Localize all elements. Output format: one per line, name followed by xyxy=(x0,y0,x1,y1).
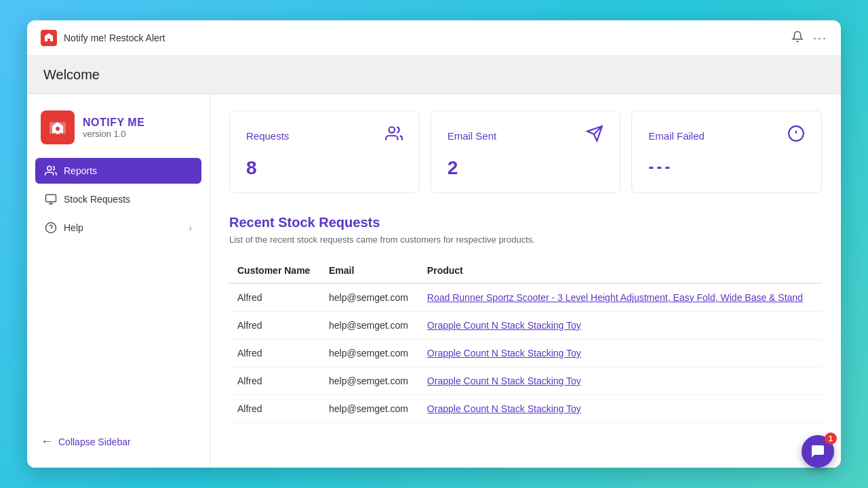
chat-widget-button[interactable]: 1 xyxy=(802,435,834,468)
app-window: Notify me! Restock Alert ··· Welcome xyxy=(27,20,841,468)
requests-icon xyxy=(385,125,403,146)
section-subtitle: List of the recent stock requests came f… xyxy=(229,235,822,245)
sidebar-item-stock-requests[interactable]: Stock Requests xyxy=(35,186,201,212)
table-row: Alfred help@semget.com Orapple Count N S… xyxy=(229,312,822,340)
table-header-row: Customer Name Email Product xyxy=(229,258,822,283)
sidebar-footer: ← Collapse Sidebar xyxy=(35,426,201,457)
table-row: Alfred help@semget.com Orapple Count N S… xyxy=(229,367,822,395)
svg-point-1 xyxy=(56,127,60,131)
col-email: Email xyxy=(321,258,419,283)
help-label: Help xyxy=(64,222,182,233)
more-menu-icon[interactable]: ··· xyxy=(813,31,827,45)
table-row: Alfred help@semget.com Road Runner Sport… xyxy=(229,283,822,312)
customer-email: help@semget.com xyxy=(321,283,419,312)
stock-requests-label: Stock Requests xyxy=(64,194,192,205)
email-sent-header: Email Sent xyxy=(448,125,604,146)
product-link[interactable]: Orapple Count N Stack Stacking Toy xyxy=(427,403,581,414)
welcome-title: Welcome xyxy=(43,67,825,83)
title-bar: Notify me! Restock Alert ··· xyxy=(27,20,841,56)
table-body: Alfred help@semget.com Road Runner Sport… xyxy=(229,283,822,423)
requests-card-header: Requests xyxy=(246,125,403,146)
requests-card: Requests 8 xyxy=(229,110,420,193)
customer-email: help@semget.com xyxy=(321,312,419,340)
stock-icon xyxy=(45,193,57,205)
section-title: Recent Stock Requests xyxy=(229,215,822,230)
email-failed-value: --- xyxy=(648,157,805,176)
product-link[interactable]: Orapple Count N Stack Stacking Toy xyxy=(427,375,581,386)
svg-point-2 xyxy=(47,166,52,170)
customer-email: help@semget.com xyxy=(321,340,419,367)
app-title: Notify me! Restock Alert xyxy=(64,33,165,43)
stats-cards: Requests 8 xyxy=(229,110,822,193)
customer-name: Alfred xyxy=(229,367,321,395)
table-header: Customer Name Email Product xyxy=(229,258,822,283)
sidebar: NOTIFY ME version 1.0 Reports xyxy=(27,94,210,468)
requests-value: 8 xyxy=(246,157,403,179)
email-sent-icon xyxy=(586,125,604,146)
requests-title: Requests xyxy=(246,130,289,142)
stock-requests-table: Customer Name Email Product Alfred help@… xyxy=(229,258,822,423)
brand-version: version 1.0 xyxy=(83,129,144,139)
reports-icon xyxy=(45,165,57,177)
title-bar-actions: ··· xyxy=(791,30,827,45)
collapse-arrow-icon: ← xyxy=(41,434,53,449)
email-failed-header: Email Failed xyxy=(648,125,805,146)
welcome-bar: Welcome xyxy=(27,56,841,94)
brand-section: NOTIFY ME version 1.0 xyxy=(35,105,201,158)
table-row: Alfred help@semget.com Orapple Count N S… xyxy=(229,395,822,423)
product-link[interactable]: Orapple Count N Stack Stacking Toy xyxy=(427,348,581,359)
brand-logo xyxy=(41,110,75,144)
recent-section: Recent Stock Requests List of the recent… xyxy=(229,215,822,423)
customer-name: Alfred xyxy=(229,283,321,312)
app-logo-small xyxy=(41,30,57,46)
collapse-label: Collapse Sidebar xyxy=(58,436,131,447)
col-customer-name: Customer Name xyxy=(229,258,321,283)
sidebar-item-reports[interactable]: Reports xyxy=(35,158,201,184)
customer-email: help@semget.com xyxy=(321,367,419,395)
brand-text: NOTIFY ME version 1.0 xyxy=(83,117,144,139)
brand-name: NOTIFY ME xyxy=(83,117,144,129)
title-bar-left: Notify me! Restock Alert xyxy=(41,30,165,46)
email-failed-card: Email Failed --- xyxy=(631,110,822,193)
help-icon xyxy=(45,222,57,234)
sidebar-item-help[interactable]: Help › xyxy=(35,215,201,241)
col-product: Product xyxy=(419,258,822,283)
help-arrow-icon: › xyxy=(189,222,192,233)
email-failed-icon xyxy=(787,125,805,146)
reports-label: Reports xyxy=(64,165,192,176)
svg-rect-3 xyxy=(46,195,56,202)
email-failed-title: Email Failed xyxy=(648,130,705,142)
collapse-sidebar-button[interactable]: ← Collapse Sidebar xyxy=(41,434,196,449)
customer-name: Alfred xyxy=(229,312,321,340)
email-sent-title: Email Sent xyxy=(448,130,497,142)
customer-email: help@semget.com xyxy=(321,395,419,423)
main-content: Requests 8 xyxy=(210,94,841,468)
chat-badge: 1 xyxy=(825,432,837,445)
main-layout: NOTIFY ME version 1.0 Reports xyxy=(27,94,841,468)
customer-name: Alfred xyxy=(229,340,321,367)
product-link[interactable]: Orapple Count N Stack Stacking Toy xyxy=(427,320,581,331)
email-sent-card: Email Sent 2 xyxy=(431,110,621,193)
table-row: Alfred help@semget.com Orapple Count N S… xyxy=(229,340,822,367)
product-link[interactable]: Road Runner Sportz Scooter - 3 Level Hei… xyxy=(427,292,803,303)
svg-point-8 xyxy=(389,127,395,133)
customer-name: Alfred xyxy=(229,395,321,423)
bell-icon[interactable] xyxy=(791,30,804,45)
email-sent-value: 2 xyxy=(448,157,604,179)
